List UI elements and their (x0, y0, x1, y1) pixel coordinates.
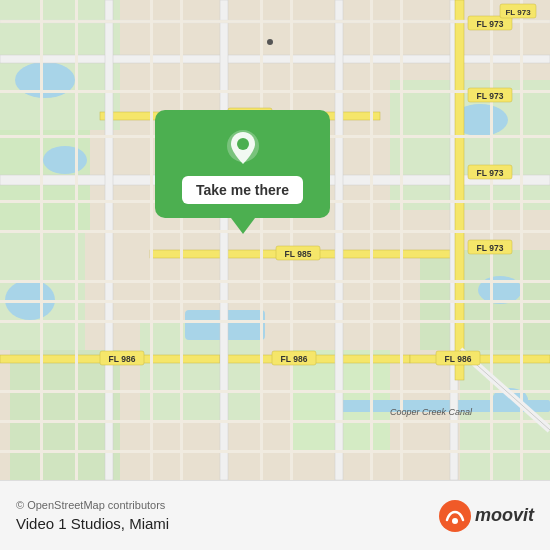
svg-text:FL 985: FL 985 (285, 249, 312, 259)
svg-point-77 (439, 500, 471, 532)
take-me-there-button[interactable]: Take me there (182, 176, 303, 204)
svg-rect-31 (0, 90, 550, 93)
map-attribution: © OpenStreetMap contributors (16, 499, 169, 511)
svg-point-78 (452, 518, 458, 524)
moovit-icon (439, 500, 471, 532)
svg-point-76 (237, 138, 249, 150)
svg-rect-47 (370, 0, 373, 480)
location-name: Video 1 Studios, Miami (16, 515, 169, 532)
svg-rect-42 (75, 0, 78, 480)
svg-text:FL 973: FL 973 (505, 8, 531, 17)
svg-rect-35 (0, 280, 550, 283)
svg-rect-18 (0, 55, 550, 63)
svg-rect-26 (220, 0, 228, 480)
svg-text:FL 973: FL 973 (477, 19, 504, 29)
svg-text:FL 973: FL 973 (477, 243, 504, 253)
svg-rect-25 (105, 0, 113, 480)
map-popup[interactable]: Take me there (155, 110, 330, 234)
svg-text:Cooper Creek Canal: Cooper Creek Canal (390, 407, 473, 417)
svg-rect-27 (335, 0, 343, 480)
svg-rect-37 (0, 320, 550, 323)
svg-rect-30 (0, 20, 550, 23)
popup-box: Take me there (155, 110, 330, 218)
svg-text:FL 973: FL 973 (477, 91, 504, 101)
moovit-text: moovit (475, 505, 534, 526)
svg-rect-40 (0, 450, 550, 453)
location-info: © OpenStreetMap contributors Video 1 Stu… (16, 499, 169, 532)
moovit-logo[interactable]: moovit (439, 500, 534, 532)
location-pin-icon (223, 128, 263, 168)
svg-rect-43 (150, 0, 153, 480)
svg-text:FL 986: FL 986 (445, 354, 472, 364)
svg-rect-44 (180, 0, 183, 480)
svg-point-72 (267, 39, 273, 45)
svg-text:FL 973: FL 973 (477, 168, 504, 178)
svg-point-11 (43, 146, 87, 174)
svg-text:FL 986: FL 986 (109, 354, 136, 364)
svg-rect-46 (290, 0, 293, 480)
svg-rect-45 (260, 0, 263, 480)
svg-text:FL 986: FL 986 (281, 354, 308, 364)
svg-rect-41 (40, 0, 43, 480)
svg-rect-4 (10, 350, 120, 480)
svg-rect-38 (0, 390, 550, 393)
popup-triangle (231, 218, 255, 234)
svg-rect-39 (0, 420, 550, 423)
svg-rect-36 (0, 300, 550, 303)
bottom-bar: © OpenStreetMap contributors Video 1 Stu… (0, 480, 550, 550)
map-view: Cooper Creek Canal FL 985 FL 985 FL 986 … (0, 0, 550, 480)
